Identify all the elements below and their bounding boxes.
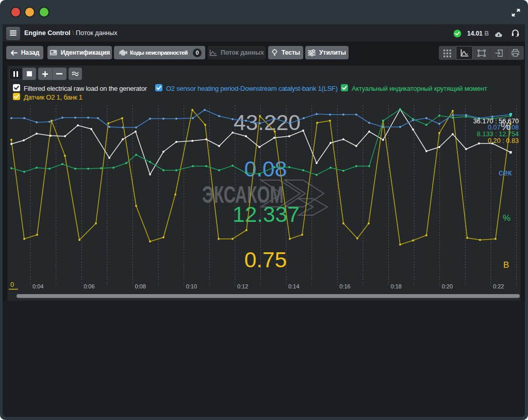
svg-text:%: %: [503, 213, 510, 223]
svg-text:0:20: 0:20: [442, 283, 453, 289]
svg-text:В: В: [503, 260, 509, 270]
svg-text:0:12: 0:12: [237, 283, 248, 289]
svg-text:0:14: 0:14: [288, 283, 299, 289]
svg-text:0.20 : 0.83: 0.20 : 0.83: [488, 137, 519, 144]
svg-text:сек: сек: [499, 168, 512, 177]
svg-text:0.08: 0.08: [244, 157, 287, 181]
svg-text:0: 0: [10, 281, 14, 288]
svg-text:0:22: 0:22: [493, 283, 504, 289]
svg-text:0:04: 0:04: [32, 283, 43, 289]
svg-text:0:18: 0:18: [391, 283, 402, 289]
svg-text:0.75: 0.75: [244, 248, 287, 272]
svg-text:0:10: 0:10: [186, 283, 197, 289]
svg-text:0:08: 0:08: [135, 283, 145, 289]
svg-text:%: %: [501, 120, 511, 133]
svg-text:43.220: 43.220: [234, 110, 301, 135]
svg-text:12.337: 12.337: [233, 202, 300, 227]
svg-text:0:16: 0:16: [339, 283, 350, 289]
svg-text:0:06: 0:06: [84, 283, 94, 289]
